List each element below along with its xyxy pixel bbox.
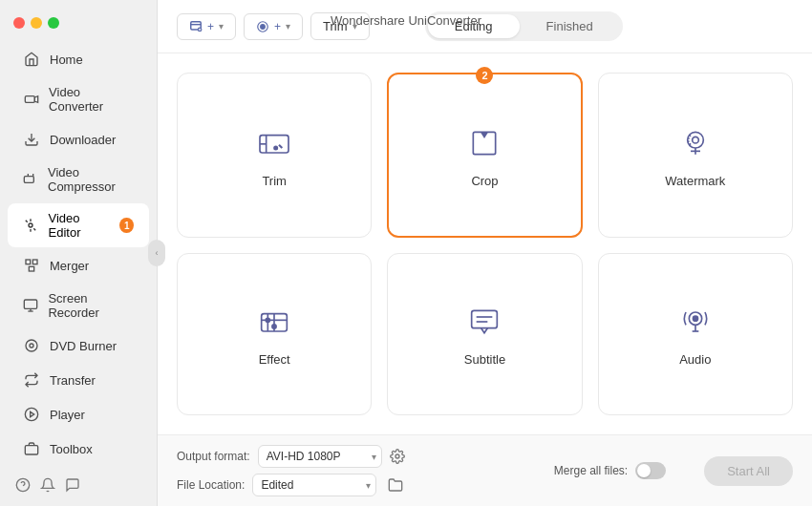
sidebar-item-player[interactable]: Player: [8, 398, 149, 431]
sidebar-item-dvd-burner[interactable]: DVD Burner: [8, 329, 149, 362]
video-editor-badge: 1: [119, 218, 134, 233]
start-all-button[interactable]: Start All: [704, 456, 793, 486]
svg-point-16: [26, 340, 37, 351]
sidebar-item-downloader[interactable]: Downloader: [8, 123, 149, 156]
output-format-select-wrapper: AVI-HD 1080P: [258, 445, 382, 468]
trim-tool-icon: [253, 122, 295, 164]
svg-line-8: [26, 221, 28, 222]
feedback-icon[interactable]: [65, 477, 80, 496]
merge-files-label: Merge all files:: [554, 464, 628, 477]
sidebar-item-video-converter[interactable]: Video Converter: [8, 77, 149, 121]
effect-tool-label: Effect: [259, 352, 290, 367]
svg-point-53: [395, 454, 399, 458]
file-location-folder-icon[interactable]: [384, 474, 407, 496]
add-file-label: +: [207, 20, 214, 33]
help-icon[interactable]: [15, 477, 31, 496]
sidebar-item-transfer[interactable]: Transfer: [8, 364, 149, 396]
watermark-tool-card[interactable]: Watermark: [598, 73, 793, 238]
sidebar-item-downloader-label: Downloader: [50, 133, 116, 147]
record-label: +: [274, 20, 281, 33]
svg-rect-11: [32, 260, 37, 264]
svg-point-5: [29, 223, 32, 227]
minimize-button[interactable]: [31, 17, 42, 29]
sidebar-item-merger[interactable]: Merger: [8, 249, 149, 282]
topbar: + ▾ + ▾ Trim ▾ Editing Finished: [158, 0, 812, 53]
svg-rect-1: [25, 96, 34, 103]
file-location-field: File Location: Edited: [177, 474, 407, 496]
output-format-settings-icon[interactable]: [390, 449, 405, 464]
svg-point-36: [687, 132, 703, 148]
content-area: Trim 2 Crop: [158, 53, 812, 434]
file-location-select-wrapper: Edited: [252, 474, 376, 496]
sidebar-bottom: [0, 466, 157, 506]
close-button[interactable]: [13, 17, 25, 29]
footer: Output format: AVI-HD 1080P File Locatio…: [158, 434, 812, 506]
video-converter-icon: [23, 91, 39, 108]
effect-tool-card[interactable]: Effect: [177, 253, 372, 416]
output-format-label: Output format:: [177, 450, 250, 463]
subtitle-tool-card[interactable]: Subtitle: [387, 253, 582, 416]
output-format-select[interactable]: AVI-HD 1080P: [258, 445, 382, 468]
svg-marker-35: [481, 132, 488, 138]
add-file-button[interactable]: + ▾: [177, 13, 236, 40]
sidebar-item-home-label: Home: [50, 53, 83, 67]
tab-editing[interactable]: Editing: [428, 14, 520, 38]
svg-marker-2: [34, 96, 37, 103]
svg-point-44: [266, 319, 269, 323]
record-chevron: ▾: [286, 21, 290, 32]
subtitle-tool-icon: [463, 301, 505, 343]
alert-icon[interactable]: [40, 477, 55, 496]
svg-point-32: [274, 146, 277, 149]
sidebar-item-dvd-burner-label: DVD Burner: [50, 339, 117, 353]
maximize-button[interactable]: [48, 17, 59, 29]
footer-fields: Output format: AVI-HD 1080P File Locatio…: [177, 445, 407, 496]
svg-rect-4: [24, 177, 33, 183]
svg-point-17: [30, 344, 33, 348]
crop-tool-card[interactable]: 2 Crop: [387, 73, 582, 238]
sidebar-item-toolbox-label: Toolbox: [50, 442, 93, 456]
sidebar-item-video-editor-label: Video Editor: [49, 211, 111, 240]
audio-tool-card[interactable]: Audio: [598, 253, 793, 416]
trim-tool-card[interactable]: Trim: [177, 73, 372, 238]
tab-finished[interactable]: Finished: [520, 14, 620, 38]
watermark-tool-label: Watermark: [665, 174, 725, 188]
collapse-handle[interactable]: ‹: [148, 240, 165, 266]
sidebar: Home Video Converter Downloader Video Co…: [0, 0, 158, 506]
svg-marker-19: [31, 411, 34, 416]
trim-tool-label: Trim: [262, 174, 287, 188]
transfer-icon: [23, 371, 40, 389]
svg-point-45: [272, 325, 276, 328]
sidebar-item-screen-recorder[interactable]: Screen Recorder: [8, 284, 149, 327]
svg-line-9: [34, 228, 36, 230]
sidebar-item-video-compressor-label: Video Compressor: [48, 165, 134, 194]
file-location-select[interactable]: Edited: [252, 474, 376, 496]
add-file-chevron: ▾: [219, 21, 224, 32]
main-content: + ▾ + ▾ Trim ▾ Editing Finished ‹: [158, 0, 812, 506]
tab-group: Editing Finished: [425, 11, 623, 41]
sidebar-item-home[interactable]: Home: [8, 43, 149, 75]
svg-line-33: [279, 144, 282, 147]
svg-point-28: [261, 24, 266, 29]
audio-tool-label: Audio: [679, 352, 711, 367]
tool-grid: Trim 2 Crop: [177, 73, 793, 415]
player-icon: [23, 406, 40, 423]
watermark-tool-icon: [674, 122, 716, 164]
record-button[interactable]: + ▾: [244, 13, 303, 40]
svg-rect-46: [472, 311, 498, 328]
sidebar-item-video-converter-label: Video Converter: [49, 85, 134, 114]
merge-files-toggle[interactable]: [635, 462, 666, 479]
video-editor-icon: [23, 217, 39, 234]
svg-point-50: [693, 316, 697, 321]
sidebar-item-screen-recorder-label: Screen Recorder: [48, 291, 134, 320]
sidebar-item-toolbox[interactable]: Toolbox: [8, 432, 149, 465]
subtitle-tool-label: Subtitle: [464, 352, 505, 367]
trim-dropdown-button[interactable]: Trim ▾: [310, 12, 370, 40]
merger-icon: [23, 257, 40, 274]
sidebar-item-video-compressor[interactable]: Video Compressor: [8, 158, 149, 201]
traffic-lights: [0, 10, 157, 42]
dvd-burner-icon: [23, 337, 40, 354]
svg-rect-20: [25, 446, 37, 454]
svg-rect-10: [26, 260, 31, 264]
sidebar-item-video-editor[interactable]: Video Editor 1: [8, 203, 149, 247]
svg-point-18: [25, 408, 37, 420]
